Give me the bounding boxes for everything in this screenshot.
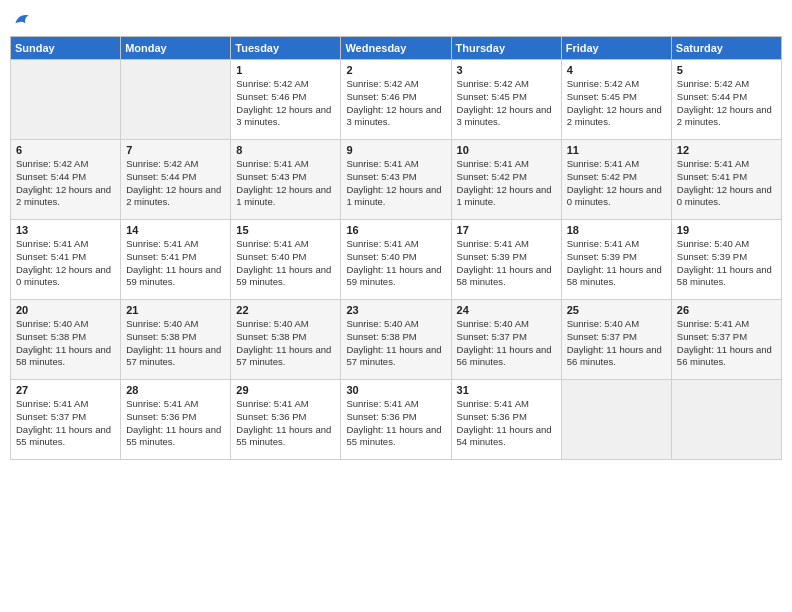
calendar-cell: 9Sunrise: 5:41 AM Sunset: 5:43 PM Daylig… — [341, 140, 451, 220]
day-number: 4 — [567, 64, 666, 76]
calendar-header-sunday: Sunday — [11, 37, 121, 60]
day-info: Sunrise: 5:41 AM Sunset: 5:36 PM Dayligh… — [346, 398, 445, 449]
calendar-cell: 20Sunrise: 5:40 AM Sunset: 5:38 PM Dayli… — [11, 300, 121, 380]
day-info: Sunrise: 5:41 AM Sunset: 5:41 PM Dayligh… — [126, 238, 225, 289]
calendar-cell: 19Sunrise: 5:40 AM Sunset: 5:39 PM Dayli… — [671, 220, 781, 300]
calendar-cell: 4Sunrise: 5:42 AM Sunset: 5:45 PM Daylig… — [561, 60, 671, 140]
calendar-header-saturday: Saturday — [671, 37, 781, 60]
day-number: 31 — [457, 384, 556, 396]
day-info: Sunrise: 5:42 AM Sunset: 5:44 PM Dayligh… — [677, 78, 776, 129]
day-number: 19 — [677, 224, 776, 236]
header — [10, 10, 782, 30]
day-info: Sunrise: 5:41 AM Sunset: 5:40 PM Dayligh… — [346, 238, 445, 289]
logo-bird-icon — [12, 10, 32, 30]
day-number: 23 — [346, 304, 445, 316]
day-number: 16 — [346, 224, 445, 236]
day-number: 28 — [126, 384, 225, 396]
calendar-cell — [671, 380, 781, 460]
day-info: Sunrise: 5:41 AM Sunset: 5:36 PM Dayligh… — [457, 398, 556, 449]
day-number: 30 — [346, 384, 445, 396]
day-number: 21 — [126, 304, 225, 316]
calendar-cell — [121, 60, 231, 140]
calendar-header-monday: Monday — [121, 37, 231, 60]
day-number: 7 — [126, 144, 225, 156]
calendar-cell: 10Sunrise: 5:41 AM Sunset: 5:42 PM Dayli… — [451, 140, 561, 220]
calendar-cell: 15Sunrise: 5:41 AM Sunset: 5:40 PM Dayli… — [231, 220, 341, 300]
day-info: Sunrise: 5:41 AM Sunset: 5:39 PM Dayligh… — [567, 238, 666, 289]
calendar-cell: 8Sunrise: 5:41 AM Sunset: 5:43 PM Daylig… — [231, 140, 341, 220]
day-info: Sunrise: 5:41 AM Sunset: 5:42 PM Dayligh… — [457, 158, 556, 209]
day-number: 14 — [126, 224, 225, 236]
calendar-header-friday: Friday — [561, 37, 671, 60]
day-number: 9 — [346, 144, 445, 156]
day-info: Sunrise: 5:41 AM Sunset: 5:41 PM Dayligh… — [677, 158, 776, 209]
calendar-table: SundayMondayTuesdayWednesdayThursdayFrid… — [10, 36, 782, 460]
calendar-cell — [561, 380, 671, 460]
calendar-header-tuesday: Tuesday — [231, 37, 341, 60]
calendar-cell: 1Sunrise: 5:42 AM Sunset: 5:46 PM Daylig… — [231, 60, 341, 140]
calendar-cell: 21Sunrise: 5:40 AM Sunset: 5:38 PM Dayli… — [121, 300, 231, 380]
day-number: 11 — [567, 144, 666, 156]
calendar-cell: 2Sunrise: 5:42 AM Sunset: 5:46 PM Daylig… — [341, 60, 451, 140]
day-info: Sunrise: 5:41 AM Sunset: 5:37 PM Dayligh… — [16, 398, 115, 449]
calendar-cell: 16Sunrise: 5:41 AM Sunset: 5:40 PM Dayli… — [341, 220, 451, 300]
day-info: Sunrise: 5:41 AM Sunset: 5:43 PM Dayligh… — [236, 158, 335, 209]
calendar-cell — [11, 60, 121, 140]
calendar-week-row: 6Sunrise: 5:42 AM Sunset: 5:44 PM Daylig… — [11, 140, 782, 220]
day-info: Sunrise: 5:41 AM Sunset: 5:37 PM Dayligh… — [677, 318, 776, 369]
calendar-cell: 5Sunrise: 5:42 AM Sunset: 5:44 PM Daylig… — [671, 60, 781, 140]
day-number: 27 — [16, 384, 115, 396]
day-info: Sunrise: 5:40 AM Sunset: 5:38 PM Dayligh… — [126, 318, 225, 369]
day-number: 5 — [677, 64, 776, 76]
day-number: 29 — [236, 384, 335, 396]
calendar-cell: 22Sunrise: 5:40 AM Sunset: 5:38 PM Dayli… — [231, 300, 341, 380]
day-number: 24 — [457, 304, 556, 316]
calendar-week-row: 1Sunrise: 5:42 AM Sunset: 5:46 PM Daylig… — [11, 60, 782, 140]
day-info: Sunrise: 5:42 AM Sunset: 5:45 PM Dayligh… — [567, 78, 666, 129]
day-info: Sunrise: 5:40 AM Sunset: 5:37 PM Dayligh… — [567, 318, 666, 369]
calendar-cell: 11Sunrise: 5:41 AM Sunset: 5:42 PM Dayli… — [561, 140, 671, 220]
day-info: Sunrise: 5:40 AM Sunset: 5:38 PM Dayligh… — [16, 318, 115, 369]
calendar-week-row: 13Sunrise: 5:41 AM Sunset: 5:41 PM Dayli… — [11, 220, 782, 300]
day-info: Sunrise: 5:40 AM Sunset: 5:38 PM Dayligh… — [346, 318, 445, 369]
day-number: 2 — [346, 64, 445, 76]
day-number: 18 — [567, 224, 666, 236]
calendar-cell: 25Sunrise: 5:40 AM Sunset: 5:37 PM Dayli… — [561, 300, 671, 380]
calendar-cell: 30Sunrise: 5:41 AM Sunset: 5:36 PM Dayli… — [341, 380, 451, 460]
day-info: Sunrise: 5:42 AM Sunset: 5:46 PM Dayligh… — [346, 78, 445, 129]
calendar-cell: 31Sunrise: 5:41 AM Sunset: 5:36 PM Dayli… — [451, 380, 561, 460]
day-number: 1 — [236, 64, 335, 76]
day-info: Sunrise: 5:42 AM Sunset: 5:46 PM Dayligh… — [236, 78, 335, 129]
day-number: 22 — [236, 304, 335, 316]
day-number: 13 — [16, 224, 115, 236]
calendar-week-row: 27Sunrise: 5:41 AM Sunset: 5:37 PM Dayli… — [11, 380, 782, 460]
calendar-week-row: 20Sunrise: 5:40 AM Sunset: 5:38 PM Dayli… — [11, 300, 782, 380]
day-number: 10 — [457, 144, 556, 156]
calendar-cell: 12Sunrise: 5:41 AM Sunset: 5:41 PM Dayli… — [671, 140, 781, 220]
day-number: 25 — [567, 304, 666, 316]
day-info: Sunrise: 5:42 AM Sunset: 5:44 PM Dayligh… — [126, 158, 225, 209]
day-info: Sunrise: 5:42 AM Sunset: 5:45 PM Dayligh… — [457, 78, 556, 129]
calendar-cell: 3Sunrise: 5:42 AM Sunset: 5:45 PM Daylig… — [451, 60, 561, 140]
logo — [10, 10, 32, 30]
calendar-cell: 23Sunrise: 5:40 AM Sunset: 5:38 PM Dayli… — [341, 300, 451, 380]
day-number: 26 — [677, 304, 776, 316]
calendar-cell: 14Sunrise: 5:41 AM Sunset: 5:41 PM Dayli… — [121, 220, 231, 300]
day-number: 8 — [236, 144, 335, 156]
day-info: Sunrise: 5:41 AM Sunset: 5:41 PM Dayligh… — [16, 238, 115, 289]
day-info: Sunrise: 5:41 AM Sunset: 5:42 PM Dayligh… — [567, 158, 666, 209]
day-number: 15 — [236, 224, 335, 236]
day-info: Sunrise: 5:41 AM Sunset: 5:36 PM Dayligh… — [236, 398, 335, 449]
day-info: Sunrise: 5:40 AM Sunset: 5:39 PM Dayligh… — [677, 238, 776, 289]
day-info: Sunrise: 5:41 AM Sunset: 5:40 PM Dayligh… — [236, 238, 335, 289]
day-number: 6 — [16, 144, 115, 156]
calendar-cell: 24Sunrise: 5:40 AM Sunset: 5:37 PM Dayli… — [451, 300, 561, 380]
day-number: 20 — [16, 304, 115, 316]
calendar-cell: 13Sunrise: 5:41 AM Sunset: 5:41 PM Dayli… — [11, 220, 121, 300]
calendar-cell: 28Sunrise: 5:41 AM Sunset: 5:36 PM Dayli… — [121, 380, 231, 460]
calendar-header-thursday: Thursday — [451, 37, 561, 60]
day-info: Sunrise: 5:42 AM Sunset: 5:44 PM Dayligh… — [16, 158, 115, 209]
day-info: Sunrise: 5:41 AM Sunset: 5:36 PM Dayligh… — [126, 398, 225, 449]
day-number: 17 — [457, 224, 556, 236]
day-info: Sunrise: 5:41 AM Sunset: 5:43 PM Dayligh… — [346, 158, 445, 209]
